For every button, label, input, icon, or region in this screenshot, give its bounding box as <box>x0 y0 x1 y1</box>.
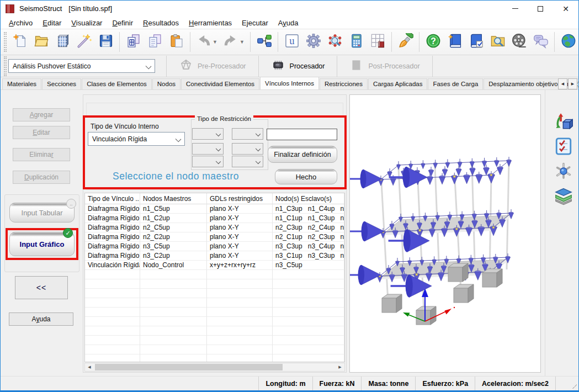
toolbar-redo-button[interactable]: ▼ <box>221 31 247 53</box>
maximize-button[interactable] <box>528 1 553 17</box>
master-node-input[interactable] <box>267 129 337 140</box>
tab-vi-nculos-internos[interactable]: Vínculos Internos <box>260 77 319 89</box>
dropdown-caret-icon[interactable]: ▼ <box>213 39 217 45</box>
scrollbar-thumb[interactable] <box>95 364 283 370</box>
tab-materiales[interactable]: Materiales <box>2 78 41 89</box>
collapse-panel-button[interactable]: << <box>15 276 68 299</box>
restriction-combobox-4[interactable] <box>232 143 263 155</box>
toolbar-tutorial-movie-button[interactable] <box>509 31 529 53</box>
column-header[interactable]: GDLs restringidos <box>207 193 273 204</box>
analysisbar-grip[interactable] <box>4 56 7 76</box>
analysis-type-combobox[interactable]: Análisis Pushover Estático <box>8 59 155 73</box>
finalize-definition-button[interactable]: Finalizar definición <box>268 146 337 163</box>
restriction-combobox-5[interactable] <box>192 156 224 167</box>
table-row-empty[interactable] <box>85 326 344 336</box>
input-tabular-button[interactable]: Input Tabular .. <box>9 203 75 223</box>
toolbar-verify-book-button[interactable] <box>466 31 486 53</box>
menu-visualizar[interactable]: Visualizar <box>66 18 107 28</box>
toolbar-wizard-button[interactable] <box>74 31 94 53</box>
done-button[interactable]: Hecho <box>275 169 337 184</box>
tab-cargas-aplicadas[interactable]: Cargas Aplicadas <box>368 78 428 89</box>
menu-archivo[interactable]: Archivo <box>4 18 38 28</box>
table-row[interactable]: Diafragma Rígidon3_C5upplano X-Yn3_C3up … <box>85 242 344 251</box>
restriction-combobox-1[interactable] <box>192 128 224 140</box>
tab-fases-de-carga[interactable]: Fases de Carga <box>428 78 483 89</box>
model-3d-view[interactable] <box>349 94 541 373</box>
table-row-empty[interactable] <box>85 279 344 289</box>
duplicate-button[interactable]: Duplicación <box>13 171 70 184</box>
toolbar-manual-book-button[interactable] <box>444 31 465 53</box>
scroll-left-icon[interactable]: ◀ <box>85 363 94 371</box>
table-row[interactable]: Diafragma Rígidon1_C5upplano X-Yn1_C3up … <box>85 204 344 214</box>
restriction-combobox-3[interactable] <box>192 143 224 155</box>
toolbar-copy-model-button[interactable] <box>123 31 144 53</box>
tab-scroll-left-button[interactable]: ◀ <box>558 78 567 89</box>
toolbar-paste-button[interactable] <box>166 31 187 53</box>
minimize-button[interactable] <box>502 1 528 17</box>
pre-processor-button[interactable]: Pre-Procesador <box>170 56 255 77</box>
table-row-empty[interactable] <box>85 308 344 317</box>
table-row-empty[interactable] <box>85 345 344 354</box>
resize-grip[interactable] <box>571 383 577 389</box>
menu-resultados[interactable]: Resultados <box>138 18 184 28</box>
menu-ayuda[interactable]: Ayuda <box>273 18 304 28</box>
layers-button[interactable] <box>553 187 574 208</box>
table-row-empty[interactable] <box>85 298 344 308</box>
dropdown-caret-icon[interactable]: ▼ <box>240 39 245 45</box>
toolbar-units-button[interactable]: u <box>281 31 302 53</box>
table-row[interactable]: Diafragma Rígidon2_C5upplano X-Yn2_C3up … <box>85 223 344 232</box>
toolbar-undo-button[interactable]: ▼ <box>194 31 220 53</box>
toolbar-calculator-button[interactable] <box>346 31 366 53</box>
column-header[interactable]: Nodo(s) Esclavo(s) <box>273 193 344 204</box>
menu-ejecutar[interactable]: Ejecutar <box>237 18 273 28</box>
scroll-right-icon[interactable]: ▶ <box>336 363 344 371</box>
toolbar-copy-button[interactable] <box>145 31 165 53</box>
table-row-empty[interactable] <box>85 354 344 362</box>
toolbar-open-project-button[interactable] <box>31 31 51 53</box>
menu-definir[interactable]: Definir <box>107 18 138 28</box>
performance-checks-button[interactable] <box>553 137 574 158</box>
tab-nodos[interactable]: Nodos <box>152 78 180 89</box>
deformed-shape-button[interactable] <box>553 112 574 133</box>
toolbar-new-project-button[interactable] <box>9 31 30 53</box>
table-row-empty[interactable] <box>85 336 344 345</box>
toolbar-settings-gear-button[interactable] <box>303 31 323 53</box>
tab-clases-de-elementos[interactable]: Clases de Elementos <box>82 78 152 89</box>
help-button[interactable]: Ayuda <box>9 312 73 326</box>
table-row[interactable]: Vinculación RígidaNodo_Controlx+y+z+rx+r… <box>85 261 344 270</box>
table-row[interactable]: Diafragma Rígidon1_C2upplano X-Yn1_C1up … <box>85 214 344 223</box>
toolbar-grip[interactable] <box>4 32 7 52</box>
toolbar-building-modeller-button[interactable] <box>52 31 73 53</box>
internal-links-table[interactable]: Tipo de Vínculo ...Nodos MaestrosGDLs re… <box>84 193 345 362</box>
toolbar-format-brush-button[interactable] <box>395 31 416 53</box>
toolbar-save-button[interactable] <box>95 31 116 53</box>
menu-editar[interactable]: Editar <box>38 18 66 28</box>
table-horizontal-scrollbar[interactable]: ◀ ▶ <box>84 363 345 372</box>
title-bar[interactable]: SeismoStruct [Sin título.spf] ✕ <box>1 1 578 17</box>
node-axes-button[interactable] <box>553 162 574 183</box>
tab-secciones[interactable]: Secciones <box>42 78 81 89</box>
toolbar-help-button[interactable]: ? <box>423 31 443 53</box>
toolbar-feedback-bubbles-button[interactable] <box>530 31 551 53</box>
table-row-empty[interactable] <box>85 317 344 326</box>
add-button[interactable]: Agregar <box>13 108 70 121</box>
link-type-combobox[interactable]: Vinculación Rígida <box>88 132 185 146</box>
tab-conectividad-elementos[interactable]: Conectividad Elementos <box>181 78 259 89</box>
toolbar-element-connectivity-button[interactable] <box>254 31 274 53</box>
restriction-combobox-6[interactable] <box>232 156 263 167</box>
input-grafico-button[interactable]: Input Gráfico ✓ <box>9 232 75 256</box>
toolbar-modules-book-button[interactable] <box>368 31 388 53</box>
tab-scroll-right-button[interactable]: ▶ <box>568 78 577 89</box>
post-processor-button[interactable]: Post-Procesador <box>341 56 428 77</box>
menu-herramientas[interactable]: Herramientas <box>184 18 237 28</box>
toolbar-globe-button[interactable] <box>558 31 578 53</box>
table-row-empty[interactable] <box>85 270 344 279</box>
column-header[interactable]: Nodos Maestros <box>140 193 207 204</box>
table-row[interactable]: Diafragma Rígidon3_C2upplano X-Yn3_C1up … <box>85 251 344 261</box>
toolbar-model-inspect-button[interactable] <box>325 31 345 53</box>
restriction-combobox-2[interactable] <box>232 128 263 140</box>
column-header[interactable]: Tipo de Vínculo ... <box>85 193 140 204</box>
tab-restricciones[interactable]: Restricciones <box>320 78 368 89</box>
table-row-empty[interactable] <box>85 289 344 298</box>
edit-button[interactable]: Editar <box>13 126 70 139</box>
